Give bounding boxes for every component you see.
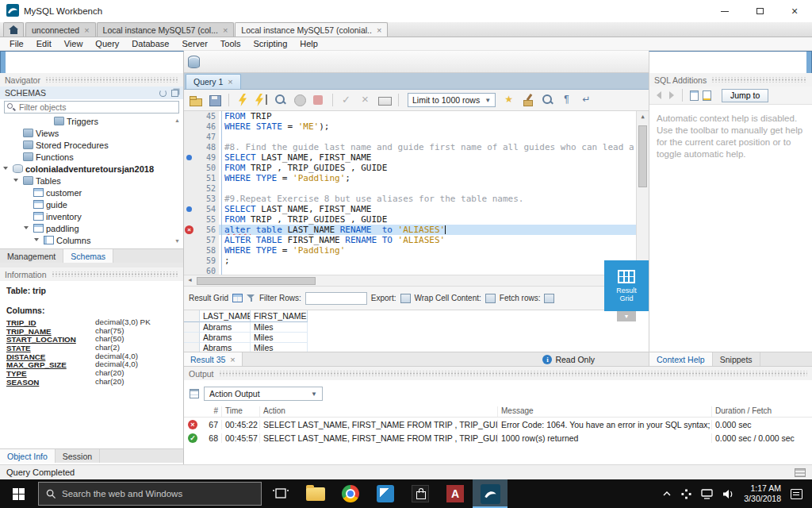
grid-cell[interactable]: Miles — [251, 343, 308, 352]
tree-item-guide[interactable]: guide — [0, 198, 183, 210]
toggle-autocommit-icon[interactable] — [376, 92, 393, 108]
grid-view-icon[interactable] — [232, 294, 243, 302]
tree-item-triggers[interactable]: Triggers — [0, 115, 183, 127]
hidden-icons-chevron[interactable] — [662, 490, 672, 498]
code-line[interactable]: 54SELECT LAST_NAME, FIRST_NAME — [184, 204, 649, 214]
rollback-icon[interactable] — [357, 92, 374, 108]
tree-item-inventory[interactable]: inventory — [0, 210, 183, 222]
tree-item-colonialadventuretoursjan2018[interactable]: colonialadventuretoursjan2018 — [0, 163, 183, 175]
output-view-selector[interactable]: Action Output ▼ — [204, 387, 323, 401]
explain-icon[interactable] — [272, 92, 289, 108]
menu-edit[interactable]: Edit — [30, 38, 58, 49]
execute-current-icon[interactable] — [253, 92, 270, 108]
code-line[interactable]: 52 — [184, 183, 649, 194]
grid-cell[interactable]: Miles — [251, 322, 308, 333]
limit-rows-dropdown[interactable]: Limit to 1000 rows ▼ — [408, 93, 496, 107]
column-name-link[interactable]: TRIP_NAME — [6, 327, 52, 336]
scroll-left-icon[interactable]: ◄ — [187, 277, 193, 283]
code-line[interactable]: 50FROM TRIP , TRIP_GUIDES , GUIDE — [184, 163, 649, 173]
execute-icon[interactable] — [234, 92, 251, 108]
tab-management[interactable]: Management — [0, 249, 63, 263]
store-button[interactable] — [403, 479, 438, 508]
menu-scripting[interactable]: Scripting — [247, 38, 294, 49]
menu-database[interactable]: Database — [125, 38, 175, 49]
close-button[interactable]: × — [777, 0, 812, 22]
code-line[interactable]: 60 — [184, 266, 649, 275]
result-grid-view-button[interactable]: Result Grid — [604, 260, 649, 311]
row-selector[interactable] — [184, 343, 200, 352]
tab-session[interactable]: Session — [56, 449, 100, 463]
close-icon[interactable]: × — [230, 356, 235, 364]
menu-view[interactable]: View — [58, 38, 90, 49]
collapse-sidebar-button[interactable]: ▼ — [617, 311, 636, 321]
mysql-workbench-button[interactable] — [473, 479, 508, 508]
stop-icon[interactable] — [291, 92, 308, 108]
export-icon[interactable] — [400, 294, 411, 303]
tree-item-paddling[interactable]: paddling — [0, 222, 183, 234]
code-line[interactable]: ×56alter table LAST_NAME RENAME to 'ALIA… — [184, 225, 649, 235]
scroll-down-icon[interactable]: ▼ — [174, 238, 180, 244]
code-line[interactable]: 55FROM TRIP , TRIP_GUIDES , GUIDE — [184, 214, 649, 225]
output-row[interactable]: ✓6800:45:57SELECT LAST_NAME, FIRST_NAME … — [184, 431, 812, 444]
expand-panel-icon[interactable] — [171, 90, 178, 97]
column-name-link[interactable]: MAX_GRP_SIZE — [6, 360, 67, 369]
column-name-link[interactable]: TRIP_ID — [6, 318, 36, 327]
code-line[interactable]: 53#9.Repeat Exercise 8 but use aliases f… — [184, 194, 649, 204]
grid-column-header[interactable]: FIRST_NAME — [251, 310, 308, 322]
document-tab[interactable]: unconnected× — [25, 22, 96, 37]
commit-icon[interactable] — [338, 92, 355, 108]
code-line[interactable]: 58WHERE TYPE = 'Paddling' — [184, 245, 649, 256]
tab-snippets[interactable]: Snippets — [713, 352, 760, 366]
status-list-icon[interactable] — [795, 468, 806, 477]
context-help-search-icon[interactable] — [703, 90, 711, 101]
context-help-doc-icon[interactable] — [690, 90, 699, 101]
column-name-link[interactable]: DISTANCE — [6, 352, 45, 361]
schemas-section-header[interactable]: SCHEMAS — [0, 87, 183, 99]
output-row[interactable]: ×6700:45:22SELECT LAST_NAME, FIRST_NAME … — [184, 418, 812, 431]
wrap-cell-icon[interactable] — [485, 294, 496, 303]
tab-context-help[interactable]: Context Help — [649, 352, 713, 366]
open-script-icon[interactable] — [187, 92, 205, 108]
grid-column-header[interactable]: LAST_NAME — [200, 310, 251, 322]
tab-schemas[interactable]: Schemas — [63, 249, 113, 263]
tree-item-views[interactable]: Views — [0, 127, 183, 139]
vscode-button[interactable] — [368, 479, 403, 508]
grid-row[interactable]: AbramsMiles — [184, 343, 649, 352]
task-view-button[interactable] — [263, 479, 298, 508]
taskbar-clock[interactable]: 1:17 AM 3/30/2018 — [744, 483, 781, 504]
tree-item-customer[interactable]: customer — [0, 187, 183, 198]
maximize-button[interactable] — [742, 0, 777, 22]
tree-item-functions[interactable]: Functions — [0, 151, 183, 163]
tab-object-info[interactable]: Object Info — [0, 449, 56, 463]
code-line[interactable]: 45FROM TRIP — [184, 111, 649, 121]
sql-editor[interactable]: 45FROM TRIP46WHERE STATE = 'ME');4748#8.… — [184, 111, 649, 275]
code-line[interactable]: 48#8. Find the guide last name and guide… — [184, 142, 649, 152]
refresh-icon[interactable] — [159, 90, 167, 97]
network-icon[interactable] — [701, 489, 713, 499]
close-icon[interactable]: × — [84, 26, 89, 34]
result-tab[interactable]: Result 35 × — [184, 352, 243, 366]
scroll-up-icon[interactable]: ▲ — [637, 114, 649, 120]
code-line[interactable]: 57ALTER TABLE FIRST_NAME RENAME TO 'ALIA… — [184, 235, 649, 245]
scroll-up-icon[interactable]: ▲ — [174, 117, 180, 123]
fetch-rows-icon[interactable] — [544, 294, 554, 303]
grid-row[interactable]: AbramsMiles — [184, 333, 649, 343]
document-tab[interactable]: Local instance MySQL57 (col...× — [97, 22, 235, 37]
close-icon[interactable]: × — [223, 26, 228, 34]
row-selector[interactable] — [184, 322, 200, 333]
close-icon[interactable]: × — [228, 78, 232, 86]
code-line[interactable]: 59; — [184, 256, 649, 266]
menu-server[interactable]: Server — [175, 38, 213, 49]
tree-item-stored-procedures[interactable]: Stored Procedures — [0, 139, 183, 151]
column-name-link[interactable]: TYPE — [6, 369, 27, 378]
close-icon[interactable]: × — [377, 26, 381, 34]
volume-icon[interactable] — [722, 489, 734, 499]
grid-cell[interactable]: Abrams — [200, 333, 251, 343]
minimize-button[interactable] — [707, 0, 742, 22]
tree-item-columns[interactable]: Columns — [0, 234, 183, 246]
invisible-chars-icon[interactable] — [558, 92, 576, 108]
search-table-data-icon[interactable] — [184, 53, 203, 71]
scrollbar-thumb[interactable] — [638, 125, 647, 187]
jump-to-button[interactable]: Jump to — [722, 89, 768, 102]
column-name-link[interactable]: STATE — [6, 344, 31, 352]
